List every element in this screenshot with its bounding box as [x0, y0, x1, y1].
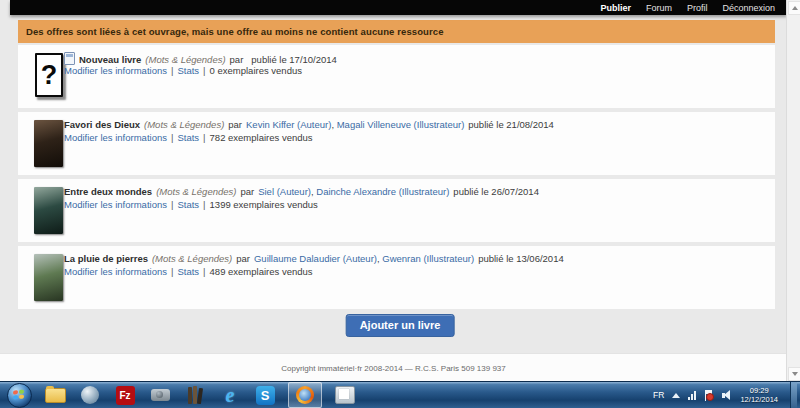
sphere-icon — [81, 386, 99, 404]
book-row: La pluie de pierres(Mots & Légendes)parG… — [18, 246, 775, 309]
book-published-date: publié le 26/07/2014 — [453, 186, 539, 197]
book-cover-thumbnail[interactable] — [34, 187, 63, 234]
book-row: Entre deux mondes(Mots & Légendes)parSie… — [18, 179, 775, 242]
text-editor-icon[interactable] — [333, 383, 357, 407]
tray-time: 09:29 — [750, 386, 769, 395]
book-actions-line: Modifier les informations|Stats|1399 exe… — [64, 199, 765, 210]
skype-logo: S — [256, 386, 275, 405]
desktop-screen: Publier Forum Profil Déconnexion Des off… — [0, 0, 800, 408]
internet-explorer-icon[interactable]: e — [218, 383, 242, 407]
author-link[interactable]: Gwenran (Illustrateur) — [382, 253, 474, 264]
new-page-icon — [64, 52, 75, 65]
book-title: Entre deux mondes — [64, 186, 152, 197]
ie-logo: e — [226, 385, 235, 405]
scroll-up-icon — [792, 6, 798, 10]
copies-sold: 0 exemplaires vendus — [210, 65, 302, 76]
book-cover-thumbnail[interactable] — [34, 254, 63, 301]
add-book-button[interactable]: Ajouter un livre — [346, 314, 455, 337]
windows-taskbar: Fz e S FR 09:29 12/12/2014 — [0, 381, 800, 408]
book-title-line: Nouveau livre(Mots & Légendes)parpublié … — [64, 52, 765, 65]
volume-icon[interactable] — [722, 390, 732, 401]
separator: | — [203, 266, 205, 277]
author-link[interactable]: Magali Villeneuve (Illustrateur) — [337, 119, 465, 130]
separator: | — [203, 132, 205, 143]
windows-flag-icon — [13, 389, 25, 401]
camera-icon — [151, 389, 170, 401]
missing-cover-placeholder: ? — [41, 62, 58, 89]
book-title-line: La pluie de pierres(Mots & Légendes)parG… — [64, 253, 765, 264]
tray-clock[interactable]: 09:29 12/12/2014 — [740, 386, 778, 404]
camera-app-icon[interactable] — [148, 383, 172, 407]
stats-link[interactable]: Stats — [177, 65, 199, 76]
stats-link[interactable]: Stats — [177, 132, 199, 143]
network-signal-icon[interactable] — [688, 391, 696, 400]
copies-sold: 489 exemplaires vendus — [210, 266, 313, 277]
taskbar-apps: Fz e S — [0, 382, 653, 408]
book-series: (Mots & Légendes) — [152, 253, 232, 264]
book-cover-thumbnail[interactable] — [34, 120, 63, 167]
author-link[interactable]: Siel (Auteur) — [258, 186, 311, 197]
media-sphere-icon[interactable] — [78, 383, 102, 407]
separator: | — [171, 132, 173, 143]
books-icon — [188, 386, 202, 404]
book-authors: Siel (Auteur), Dainche Alexandre (Illust… — [258, 186, 449, 197]
action-center-flag-icon[interactable] — [704, 390, 714, 401]
par-label: par — [230, 54, 244, 65]
edit-info-link[interactable]: Modifier les informations — [64, 266, 167, 277]
book-title: Nouveau livre — [79, 54, 141, 65]
edit-info-link[interactable]: Modifier les informations — [64, 199, 167, 210]
edit-info-link[interactable]: Modifier les informations — [64, 132, 167, 143]
book-published-date: publié le 17/10/2014 — [251, 54, 337, 65]
skype-icon[interactable]: S — [253, 383, 277, 407]
copies-sold: 1399 exemplaires vendus — [210, 199, 318, 210]
book-authors: Kevin Kiffer (Auteur), Magali Villeneuve… — [246, 119, 464, 130]
separator: | — [171, 65, 173, 76]
nav-item-deconnexion[interactable]: Déconnexion — [722, 3, 775, 13]
nav-item-profil[interactable]: Profil — [687, 3, 708, 13]
author-link[interactable]: Dainche Alexandre (Illustrateur) — [316, 186, 449, 197]
separator: | — [171, 199, 173, 210]
book-series: (Mots & Légendes) — [156, 186, 236, 197]
book-row: ? Nouveau livre(Mots & Légendes)parpubli… — [18, 45, 775, 108]
book-published-date: publié le 13/06/2014 — [478, 253, 564, 264]
scroll-down-button[interactable] — [788, 367, 800, 381]
book-title: Favori des Dieux — [64, 119, 140, 130]
scrollbar[interactable] — [786, 0, 800, 382]
filezilla-icon[interactable]: Fz — [113, 383, 137, 407]
language-indicator[interactable]: FR — [653, 390, 664, 400]
book-row: Favori des Dieux(Mots & Légendes)parKevi… — [18, 112, 775, 175]
start-button[interactable] — [7, 383, 32, 408]
show-desktop-button[interactable] — [790, 382, 797, 408]
author-link[interactable]: Guillaume Dalaudier (Auteur) — [254, 253, 377, 264]
firefox-taskbar-button-active[interactable] — [288, 382, 322, 408]
copyright-text: Copyright immatériel·fr 2008-2014 — R.C.… — [281, 364, 506, 373]
windows-explorer-icon[interactable] — [43, 383, 67, 407]
tray-date: 12/12/2014 — [740, 395, 778, 404]
book-actions-line: Modifier les informations|Stats|0 exempl… — [64, 65, 765, 76]
nav-item-publier[interactable]: Publier — [600, 3, 631, 13]
par-label: par — [236, 253, 250, 264]
folder-icon — [45, 388, 66, 403]
book-title-line: Entre deux mondes(Mots & Légendes)parSie… — [64, 186, 765, 197]
book-title-line: Favori des Dieux(Mots & Légendes)parKevi… — [64, 119, 765, 130]
book-authors: Guillaume Dalaudier (Auteur), Gwenran (I… — [254, 253, 474, 264]
library-app-icon[interactable] — [183, 383, 207, 407]
page-footer: Copyright immatériel·fr 2008-2014 — R.C.… — [0, 353, 787, 383]
separator: | — [171, 266, 173, 277]
book-actions-line: Modifier les informations|Stats|489 exem… — [64, 266, 765, 277]
book-actions-line: Modifier les informations|Stats|782 exem… — [64, 132, 765, 143]
nav-item-forum[interactable]: Forum — [646, 3, 672, 13]
copies-sold: 782 exemplaires vendus — [210, 132, 313, 143]
book-series: (Mots & Légendes) — [144, 119, 224, 130]
scroll-up-button[interactable] — [788, 1, 800, 15]
site-topnav: Publier Forum Profil Déconnexion — [10, 0, 787, 15]
par-label: par — [240, 186, 254, 197]
stats-link[interactable]: Stats — [177, 266, 199, 277]
book-cover-thumbnail[interactable]: ? — [35, 53, 63, 97]
hidden-icons-caret[interactable] — [672, 393, 680, 398]
stats-link[interactable]: Stats — [177, 199, 199, 210]
firefox-icon — [296, 386, 314, 404]
author-link[interactable]: Kevin Kiffer (Auteur) — [246, 119, 331, 130]
edit-info-link[interactable]: Modifier les informations — [64, 65, 167, 76]
book-title: La pluie de pierres — [64, 253, 148, 264]
